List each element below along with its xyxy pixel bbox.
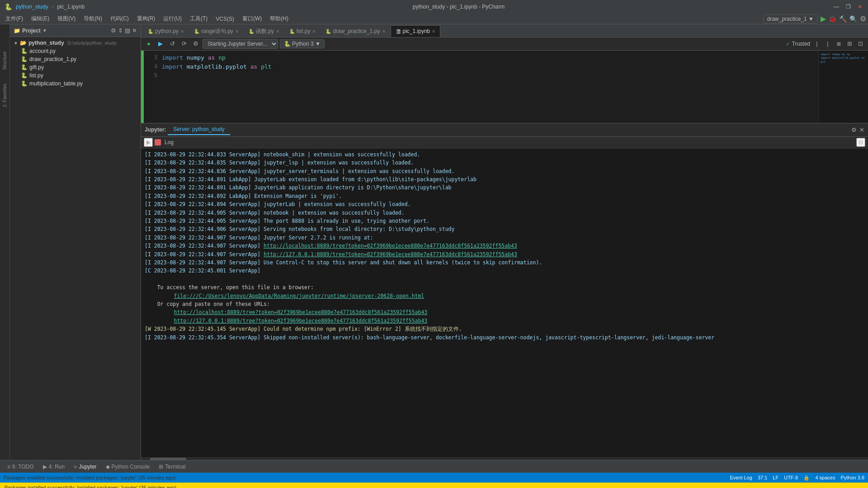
encoding[interactable]: UTF-8 <box>784 475 798 481</box>
btool-run[interactable]: ▶ 4: Run <box>39 463 68 471</box>
jupyter-btool-label: Jupyter <box>79 464 96 470</box>
btool-terminal[interactable]: ⊞ Terminal <box>155 463 189 471</box>
status-message: Packages installed successfully: Install… <box>4 475 175 480</box>
menu-run[interactable]: 运行(U) <box>160 14 185 23</box>
view-toggle-2[interactable]: | <box>823 39 833 49</box>
tab-close-draw[interactable]: ✕ <box>382 29 386 34</box>
project-close-icon[interactable]: ✕ <box>132 27 137 34</box>
menu-tools[interactable]: 工具(T) <box>186 14 211 23</box>
structure-label[interactable]: Structure <box>2 52 7 70</box>
debug-button[interactable]: 🐞 <box>829 15 836 23</box>
log-layout-button[interactable]: ⊟ <box>856 138 865 147</box>
tab-close-ipynb[interactable]: ✕ <box>432 29 435 34</box>
menu-code[interactable]: 代码(C) <box>107 14 132 23</box>
minimize-button[interactable]: — <box>833 4 840 10</box>
chevron-down-icon[interactable]: ▼ <box>42 28 47 33</box>
tab-list[interactable]: 🐍 list.py ✕ <box>284 25 321 37</box>
settings-button[interactable]: ⚙ <box>860 14 866 23</box>
log-line-7: [I 2023-08-29 22:32:44.894 ServerApp] ju… <box>145 200 864 208</box>
jupyter-close-icon[interactable]: ✕ <box>859 127 864 133</box>
btool-todo[interactable]: ≡ 6: TODO <box>4 463 38 471</box>
tree-file-mult[interactable]: 🐍 multiplication_table.py <box>10 80 141 88</box>
todo-label: 6: TODO <box>12 464 34 470</box>
log-line-10: [I 2023-08-29 22:32:44.906 ServerApp] Se… <box>145 225 864 233</box>
menu-navigate[interactable]: 导航(N) <box>80 14 106 23</box>
log-play-button[interactable]: ▶ <box>144 138 153 147</box>
tab-close-python[interactable]: ✕ <box>180 29 184 34</box>
log-scrollbar-thumb[interactable] <box>150 458 186 460</box>
maximize-button[interactable]: ❐ <box>844 4 852 10</box>
favorites-label[interactable]: 2: Favorites <box>2 84 7 107</box>
run-button[interactable]: ▶ <box>821 14 826 23</box>
run-cell-button[interactable]: ▶ <box>156 39 165 49</box>
tab-func[interactable]: 🐍 函数.py ✕ <box>244 25 284 37</box>
menu-refactor[interactable]: 重构(R) <box>133 14 159 23</box>
app-icon: 🐍 <box>5 3 12 10</box>
tree-file-draw[interactable]: 🐍 draw_practice_1.py <box>10 55 141 63</box>
tab-python-py[interactable]: 🐍 python.py ✕ <box>143 25 189 37</box>
menu-file[interactable]: 文件(F) <box>2 14 27 23</box>
line-col[interactable]: 37:1 <box>758 475 767 481</box>
log-line-22: [W 2023-08-29 22:32:45.145 ServerApp] Co… <box>145 325 864 333</box>
menu-window[interactable]: 窗口(W) <box>239 14 265 23</box>
kernel-select[interactable]: Starting Jupyter Server... <box>203 39 278 49</box>
search-everywhere-button[interactable]: 🔍 <box>849 15 857 23</box>
run-config[interactable]: draw_practice_1 ▼ <box>763 14 818 23</box>
cell-run-green-dot[interactable]: ● <box>144 39 154 49</box>
menu-view[interactable]: 视图(V) <box>54 14 79 23</box>
tab-close-func[interactable]: ✕ <box>276 29 279 34</box>
indent[interactable]: 4 spaces <box>815 475 835 481</box>
py-file-icon-3: 🐍 <box>21 64 28 70</box>
log-link-5[interactable]: http://127.0.0.1:8889/tree?token=02f3969… <box>174 318 427 324</box>
columns-btn[interactable]: ⊞ <box>844 39 854 49</box>
run-icon: ▶ <box>43 464 47 470</box>
log-area[interactable]: [I 2023-08-29 22:32:44.833 ServerApp] no… <box>141 149 868 457</box>
project-filter-icon[interactable]: ▤ <box>125 27 130 34</box>
jupyter-settings-icon[interactable]: ⚙ <box>851 127 857 133</box>
project-expand-icon[interactable]: ⇕ <box>118 27 123 34</box>
menu-vcs[interactable]: VCS(S) <box>212 15 238 23</box>
btool-pyconsole[interactable]: ◆ Python Console <box>102 463 154 471</box>
tab-range[interactable]: 🐍 range语句.py ✕ <box>189 25 244 37</box>
event-log-label[interactable]: Event Log <box>730 475 752 481</box>
code-editor[interactable]: 3 import numpy as np 4 import matplotlib… <box>144 51 818 123</box>
menu-edit[interactable]: 编辑(E) <box>28 14 53 23</box>
tab-close-range[interactable]: ✕ <box>235 29 239 34</box>
tree-root[interactable]: ▼ 📂 python_study D:\study\python_study <box>10 39 141 47</box>
notebook-settings-button[interactable]: ⚙ <box>191 39 201 49</box>
line-sep[interactable]: LF <box>773 475 778 481</box>
trusted-label[interactable]: Trusted <box>792 41 810 47</box>
build-button[interactable]: 🔨 <box>839 15 847 23</box>
log-link-3[interactable]: file:///C:/Users/lenovo/AppData/Roaming/… <box>174 293 424 299</box>
log-link-4[interactable]: http://localhost:8889/tree?token=02f3969… <box>174 309 427 315</box>
toolbar-right-icons: | | ≣ ⊞ ⊡ <box>812 39 865 49</box>
project-breadcrumb[interactable]: python_study <box>16 4 48 10</box>
close-button[interactable]: ✕ <box>856 4 863 10</box>
log-link-1[interactable]: http://localhost:8889/tree?token=02f3969… <box>264 243 517 249</box>
view-mode-btn[interactable]: ≣ <box>834 39 844 49</box>
menu-help[interactable]: 帮助(H) <box>266 14 292 23</box>
tab-draw[interactable]: 🐍 draw_practice_1.py ✕ <box>321 25 390 37</box>
tab-bar: 🐍 python.py ✕ 🐍 range语句.py ✕ 🐍 函数.py ✕ 🐍… <box>141 24 868 38</box>
btool-jupyter[interactable]: ○ Jupyter <box>70 463 100 471</box>
log-scroll-area[interactable] <box>141 457 868 460</box>
view-toggle-1[interactable]: | <box>812 39 822 49</box>
tab-close-list[interactable]: ✕ <box>312 29 316 34</box>
python-version[interactable]: Python 3.8 <box>840 475 864 481</box>
project-gear-icon[interactable]: ⚙ <box>111 27 116 34</box>
log-stop-button[interactable] <box>155 139 161 145</box>
log-line-9: [I 2023-08-29 22:32:44.905 ServerApp] Th… <box>145 217 864 225</box>
code-line-5: 5 <box>144 72 818 81</box>
tree-file-list[interactable]: 🐍 list.py <box>10 71 141 80</box>
log-line-2: [I 2023-08-29 22:32:44.835 ServerApp] ju… <box>145 159 864 167</box>
tree-file-account[interactable]: 🐍 account.py <box>10 47 141 55</box>
log-link-2[interactable]: http://127.0.0.1:8889/tree?token=02f3969… <box>264 251 517 258</box>
restart-button[interactable]: ↺ <box>167 39 177 49</box>
sidebar-toggle[interactable]: ⊡ <box>855 39 865 49</box>
refresh-button[interactable]: ⟳ <box>179 39 189 49</box>
jupyter-server-tab[interactable]: Server: python_study <box>168 124 230 135</box>
jupyter-label: Jupyter: <box>145 127 166 133</box>
tab-pic1-ipynb[interactable]: 📓 pic_1.ipynb ✕ <box>391 25 441 37</box>
tree-file-gift[interactable]: 🐍 gift.py <box>10 63 141 71</box>
tab-icon-func: 🐍 <box>249 29 254 34</box>
